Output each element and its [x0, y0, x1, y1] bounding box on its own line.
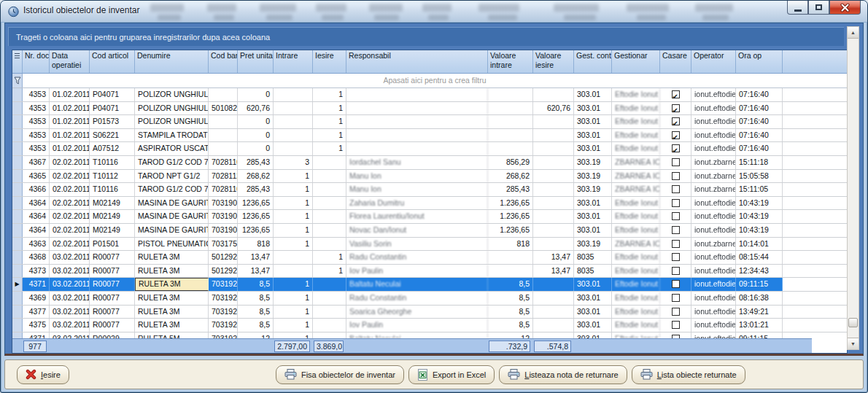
- cell-gest_cont[interactable]: 303.01: [574, 306, 612, 319]
- cell-gestionar[interactable]: Eftodie Ionut C: [612, 115, 660, 128]
- cell-operator[interactable]: ionut.eftodie: [691, 197, 736, 210]
- group-by-area[interactable]: Trageti o coloana aici pentru gruparea i…: [8, 27, 844, 46]
- column-header-data_op[interactable]: Data operatiei: [50, 50, 90, 73]
- cell-responsabil[interactable]: Iov Paulin: [346, 265, 488, 278]
- cell-casare[interactable]: [660, 183, 691, 196]
- cell-denumire[interactable]: POLIZOR UNGHIULAF: [135, 102, 209, 115]
- cell-gestionar[interactable]: ZBARNEA IO: [612, 183, 660, 196]
- cell-iesire[interactable]: [313, 292, 346, 305]
- cell-denumire[interactable]: STAMPILA TRODAT 4: [135, 129, 209, 142]
- cell-gestionar[interactable]: Eftodie Ionut C: [612, 210, 660, 223]
- cell-iesire[interactable]: 1: [313, 88, 346, 101]
- cell-ora_op[interactable]: 08:15:44: [736, 251, 783, 264]
- cell-responsabil[interactable]: Baltatu Neculai: [346, 332, 488, 338]
- cell-ora_op[interactable]: 07:16:40: [736, 142, 783, 155]
- cell-operator[interactable]: ionut.eftodie: [691, 224, 736, 237]
- cell-gest_cont[interactable]: 303.01: [574, 319, 612, 332]
- cell-pret_unitar[interactable]: 12: [238, 332, 274, 338]
- cell-pret_unitar[interactable]: 285,43: [238, 183, 274, 196]
- cell-casare[interactable]: [660, 278, 691, 291]
- cell-denumire[interactable]: MASINA DE GAURIT S: [135, 210, 209, 223]
- table-row[interactable]: 435301.02.2011S06221STAMPILA TRODAT 4013…: [12, 129, 847, 143]
- cell-operator[interactable]: ionut.eftodie: [691, 102, 736, 115]
- cell-nr_doc[interactable]: 4365: [23, 170, 50, 183]
- cell-gestionar[interactable]: Eftodie Ionut C: [612, 251, 660, 264]
- cell-denumire[interactable]: TAROD NPT G1/2: [135, 170, 209, 183]
- cell-operator[interactable]: ionut.eftodie: [691, 88, 736, 101]
- cell-cod_bare[interactable]: 7031924: [209, 319, 238, 332]
- cell-nr_doc[interactable]: 4353: [23, 102, 50, 115]
- cell-iesire[interactable]: [313, 156, 346, 169]
- cell-data_op[interactable]: 03.02.2011: [50, 306, 90, 319]
- cell-gestionar[interactable]: Eftodie Ionut C: [612, 306, 660, 319]
- cell-cod_articol[interactable]: A07512: [90, 142, 135, 155]
- cell-gest_cont[interactable]: 303.01: [574, 292, 612, 305]
- casare-checkbox-checked[interactable]: [672, 90, 680, 98]
- table-row[interactable]: 437703.02.2011R00077RULETA 3M70319248,51…: [12, 306, 847, 319]
- cell-gestionar[interactable]: Eftodie Ionut C: [612, 224, 660, 237]
- cell-denumire[interactable]: TAROD G1/2 COD 764: [135, 156, 209, 169]
- casare-checkbox-unchecked[interactable]: [672, 158, 680, 166]
- cell-denumire[interactable]: RULETA 5M: [135, 332, 209, 338]
- table-row-selected[interactable]: ▶437103.02.2011R00077RULETA 3M70319248,5…: [12, 278, 847, 292]
- cell-intrare[interactable]: 1: [274, 292, 313, 305]
- cell-pret_unitar[interactable]: 620,76: [238, 102, 274, 115]
- cell-operator[interactable]: ionut.eftodie: [691, 265, 736, 278]
- cell-iesire[interactable]: [313, 197, 346, 210]
- cell-data_op[interactable]: 02.02.2011: [50, 238, 90, 251]
- cell-ora_op[interactable]: 09:11:15: [736, 332, 783, 338]
- cell-gestionar[interactable]: Eftodie Ionut C: [612, 88, 660, 101]
- casare-checkbox-unchecked[interactable]: [672, 226, 680, 234]
- cell-val_intrare[interactable]: [488, 129, 533, 142]
- cell-val_iesire[interactable]: 13,47: [533, 251, 574, 264]
- cell-data_op[interactable]: 02.02.2011: [50, 156, 90, 169]
- cell-val_intrare[interactable]: 818: [488, 238, 533, 251]
- cell-intrare[interactable]: [274, 102, 313, 115]
- cell-iesire[interactable]: 1: [313, 265, 346, 278]
- cell-cod_articol[interactable]: R00077: [90, 278, 135, 291]
- cell-val_iesire[interactable]: 13,47: [533, 265, 574, 278]
- cell-iesire[interactable]: 1: [313, 142, 346, 155]
- cell-intrare[interactable]: [274, 251, 313, 264]
- cell-responsabil[interactable]: [346, 142, 488, 155]
- cell-val_intrare[interactable]: 8,5: [488, 278, 533, 291]
- filter-row[interactable]: Apasati aici pentru a crea filtru: [12, 74, 847, 88]
- column-header-casare[interactable]: Casare: [660, 50, 691, 73]
- cell-intrare[interactable]: 1: [274, 319, 313, 332]
- cell-ora_op[interactable]: 12:34:43: [736, 265, 783, 278]
- cell-cod_bare[interactable]: [209, 115, 238, 128]
- cell-ora_op[interactable]: 08:16:38: [736, 292, 783, 305]
- cell-pret_unitar[interactable]: 13,47: [238, 251, 274, 264]
- cell-cod_articol[interactable]: P01573: [90, 115, 135, 128]
- cell-cod_bare[interactable]: [209, 142, 238, 155]
- cell-casare[interactable]: [660, 319, 691, 332]
- cell-ora_op[interactable]: 15:05:58: [736, 170, 783, 183]
- cell-operator[interactable]: ionut.eftodie: [691, 210, 736, 223]
- cell-gest_cont[interactable]: 303.01: [574, 129, 612, 142]
- cell-casare[interactable]: [660, 306, 691, 319]
- cell-cod_articol[interactable]: R00077: [90, 265, 135, 278]
- cell-intrare[interactable]: [274, 88, 313, 101]
- cell-cod_bare[interactable]: 7031924: [209, 292, 238, 305]
- cell-operator[interactable]: ionut.eftodie: [691, 292, 736, 305]
- cell-cod_articol[interactable]: M02149: [90, 210, 135, 223]
- casare-checkbox-checked[interactable]: [672, 117, 680, 125]
- table-row[interactable]: 435301.02.2011P04071POLIZOR UNGHIULAF013…: [12, 88, 847, 102]
- cell-casare[interactable]: [660, 88, 691, 101]
- cell-gestionar[interactable]: Eftodie Ionut C: [612, 278, 660, 291]
- cell-pret_unitar[interactable]: 0: [238, 115, 274, 128]
- scroll-down-arrow[interactable]: ▼: [848, 338, 859, 349]
- cell-iesire[interactable]: 1: [313, 102, 346, 115]
- casare-checkbox-checked[interactable]: [672, 104, 680, 112]
- cell-data_op[interactable]: 02.02.2011: [50, 224, 90, 237]
- cell-cod_bare[interactable]: 7031924: [209, 306, 238, 319]
- cell-gest_cont[interactable]: 303.01: [574, 102, 612, 115]
- cell-denumire[interactable]: MASINA DE GAURIT S: [135, 197, 209, 210]
- cell-pret_unitar[interactable]: 13,47: [238, 265, 274, 278]
- cell-operator[interactable]: ionut.zbarnea: [691, 183, 736, 196]
- cell-iesire[interactable]: [313, 278, 346, 291]
- cell-nr_doc[interactable]: 4366: [23, 183, 50, 196]
- cell-intrare[interactable]: 1: [274, 210, 313, 223]
- cell-iesire[interactable]: [313, 332, 346, 338]
- maximize-button[interactable]: [808, 1, 829, 15]
